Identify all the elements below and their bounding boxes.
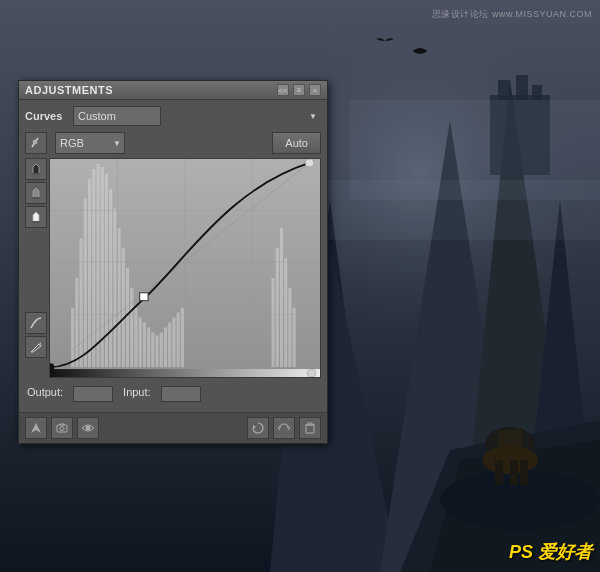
panel-titlebar: ADJUSTMENTS << ≡ ×	[19, 81, 327, 100]
svg-rect-45	[147, 327, 150, 367]
svg-rect-30	[84, 199, 87, 367]
panel-collapse-button[interactable]: <<	[277, 84, 289, 96]
svg-rect-46	[151, 332, 154, 367]
svg-rect-27	[71, 308, 74, 367]
output-value-input[interactable]	[73, 386, 113, 402]
left-tool-column	[25, 158, 47, 378]
point-tool-button[interactable]	[25, 132, 47, 154]
black-eyedropper-button[interactable]	[25, 158, 47, 180]
svg-rect-10	[532, 85, 542, 100]
delete-button[interactable]	[299, 417, 321, 439]
selection-tool-button[interactable]	[25, 417, 47, 439]
svg-marker-76	[253, 425, 256, 429]
preset-select[interactable]: Custom Default Strong Contrast Linear Co…	[73, 106, 161, 126]
svg-rect-19	[520, 460, 528, 485]
svg-rect-67	[140, 293, 148, 301]
svg-rect-29	[80, 238, 83, 367]
svg-rect-8	[498, 80, 510, 100]
svg-rect-49	[164, 327, 167, 367]
auto-button[interactable]: Auto	[272, 132, 321, 154]
svg-rect-24	[32, 197, 40, 199]
svg-rect-48	[160, 332, 163, 367]
preset-select-wrapper: Custom Default Strong Contrast Linear Co…	[73, 106, 321, 126]
preset-select-arrow-icon: ▼	[309, 112, 317, 121]
svg-point-74	[60, 427, 64, 431]
pencil-tool-button[interactable]	[25, 336, 47, 358]
bird-silhouette	[375, 35, 395, 50]
svg-rect-58	[288, 288, 291, 367]
output-label: Output:	[27, 386, 63, 402]
svg-rect-18	[510, 460, 518, 485]
svg-rect-57	[284, 258, 287, 367]
cycle-button[interactable]	[273, 417, 295, 439]
svg-rect-25	[32, 221, 40, 223]
svg-rect-37	[113, 209, 116, 368]
channel-select-wrapper: RGB Red Green Blue ▼	[55, 132, 125, 154]
svg-rect-33	[96, 164, 99, 367]
svg-rect-43	[139, 318, 142, 368]
svg-point-71	[307, 369, 315, 377]
eyedropper-tools	[25, 132, 47, 154]
reset-button[interactable]	[247, 417, 269, 439]
channel-row: RGB Red Green Blue ▼ Auto	[25, 132, 321, 154]
output-input-row: Output: Input:	[25, 382, 321, 406]
svg-rect-70	[50, 369, 320, 377]
svg-rect-77	[306, 425, 314, 433]
svg-rect-53	[181, 308, 184, 367]
svg-point-69	[305, 159, 313, 167]
svg-rect-23	[32, 173, 40, 175]
panel-title: ADJUSTMENTS	[25, 84, 113, 96]
svg-rect-51	[172, 318, 175, 368]
snapshot-button[interactable]	[51, 417, 73, 439]
svg-rect-31	[88, 179, 91, 367]
svg-rect-28	[75, 278, 78, 367]
svg-rect-42	[134, 308, 137, 367]
panel-menu-button[interactable]: ≡	[293, 84, 305, 96]
svg-rect-40	[126, 268, 129, 367]
visibility-button[interactable]	[77, 417, 99, 439]
channel-select[interactable]: RGB Red Green Blue	[55, 132, 125, 154]
svg-rect-32	[92, 169, 95, 367]
white-eyedropper-button[interactable]	[25, 206, 47, 228]
svg-rect-52	[177, 313, 180, 368]
svg-rect-17	[495, 460, 503, 485]
svg-rect-21	[300, 180, 600, 240]
adjustments-panel: ADJUSTMENTS << ≡ × Curves Custom Default…	[18, 80, 328, 444]
svg-rect-41	[130, 288, 133, 367]
svg-rect-44	[143, 323, 146, 368]
svg-rect-38	[118, 228, 121, 367]
svg-rect-59	[293, 308, 296, 367]
svg-rect-47	[155, 335, 158, 367]
panel-controls: << ≡ ×	[277, 84, 321, 96]
input-label: Input:	[123, 386, 151, 402]
gray-eyedropper-button[interactable]	[25, 182, 47, 204]
curves-graph[interactable]	[49, 158, 321, 378]
curves-label: Curves	[25, 110, 67, 122]
curves-graph-container	[25, 158, 321, 378]
smooth-curve-button[interactable]	[25, 312, 47, 334]
svg-rect-39	[122, 248, 125, 367]
svg-rect-54	[271, 278, 274, 367]
svg-point-22	[33, 140, 37, 144]
svg-rect-9	[516, 75, 528, 100]
curves-header: Curves Custom Default Strong Contrast Li…	[25, 106, 321, 126]
svg-rect-56	[280, 228, 283, 367]
panel-close-button[interactable]: ×	[309, 84, 321, 96]
svg-rect-35	[105, 174, 108, 367]
input-value-input[interactable]	[161, 386, 201, 402]
svg-rect-55	[276, 248, 279, 367]
panel-body: Curves Custom Default Strong Contrast Li…	[19, 100, 327, 412]
svg-point-75	[86, 426, 91, 431]
bottom-toolbar	[19, 412, 327, 443]
svg-rect-50	[168, 323, 171, 368]
svg-rect-36	[109, 189, 112, 367]
